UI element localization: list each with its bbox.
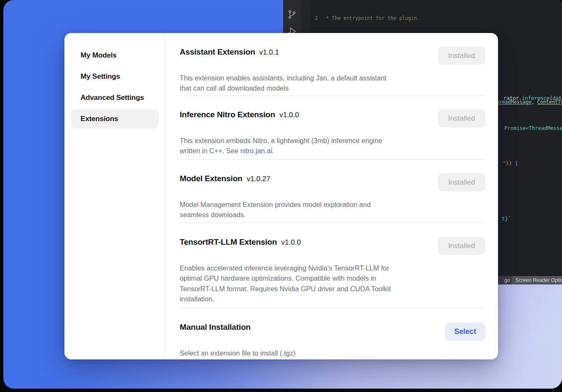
extension-description: This extension enables assistants, inclu… <box>180 62 428 94</box>
sidebar-item-advanced-settings[interactable]: Advanced Settings <box>71 88 159 108</box>
sidebar-item-extensions[interactable]: Extensions <box>71 109 159 129</box>
extension-description: Enables accelerated inference leveraging… <box>180 252 428 304</box>
extension-version: v1.0.1 <box>259 48 279 56</box>
extension-action-button[interactable]: Installed <box>438 237 485 255</box>
extension-row: Model Extensionv1.0.27 Model Management … <box>180 160 485 223</box>
sidebar-item-label: Advanced Settings <box>81 94 144 102</box>
code-line: 2 * The entrypoint for the plugin. <box>303 15 562 22</box>
extension-title: Manual Installation <box>180 308 485 333</box>
extension-action-button[interactable]: Installed <box>438 173 485 191</box>
extension-description: Select an extension file to install (.tg… <box>180 337 428 358</box>
extension-description: This extension embeds Nitro, a lightweig… <box>180 125 428 156</box>
extension-action-button[interactable]: Installed <box>438 109 485 127</box>
sidebar-item-my-models[interactable]: My Models <box>71 46 159 65</box>
extension-description: Model Management Extension provides mode… <box>180 189 428 220</box>
screen-reader-optimize-status[interactable]: Screen Reader Optimize <box>512 276 562 284</box>
extension-row: Inference Nitro Extensionv1.0.0 This ext… <box>180 96 485 160</box>
settings-sidebar: My Models My Settings Advanced Settings … <box>64 33 165 359</box>
sidebar-item-my-settings[interactable]: My Settings <box>71 67 159 86</box>
code-fragment: rator.inference(data)); <box>504 95 562 101</box>
settings-dialog: My Models My Settings Advanced Settings … <box>64 33 498 359</box>
extension-action-button[interactable]: Select <box>445 323 485 341</box>
sidebar-item-label: Extensions <box>81 115 118 123</box>
extension-link[interactable]: nitro.jan.ai. <box>240 147 274 155</box>
sidebar-item-label: My Settings <box>81 72 120 81</box>
sidebar-item-label: My Models <box>81 51 117 60</box>
extension-action-button[interactable]: Installed <box>438 47 485 65</box>
extension-version: v1.0.0 <box>281 238 300 246</box>
extensions-list: Assistant Extensionv1.0.1 This extension… <box>165 33 498 359</box>
source-control-icon[interactable] <box>287 9 297 19</box>
extension-row: TensortRT-LLM Extensionv1.0.0 Enables ac… <box>180 223 485 308</box>
extension-version: v1.0.27 <box>247 175 270 183</box>
extension-row: Assistant Extensionv1.0.1 This extension… <box>180 33 485 96</box>
extension-row: Manual Installation Select an extension … <box>180 308 485 359</box>
code-fragment: Promise<ThreadMessage> <box>504 125 562 131</box>
status-bar-text: go <box>504 277 510 283</box>
extension-version: v1.0.0 <box>279 111 299 119</box>
desktop-screen: 2 * The entrypoint for the plugin. 3 */ … <box>3 0 562 389</box>
code-fragment: t}` <box>502 216 511 222</box>
code-fragment: ")) { <box>503 160 518 166</box>
